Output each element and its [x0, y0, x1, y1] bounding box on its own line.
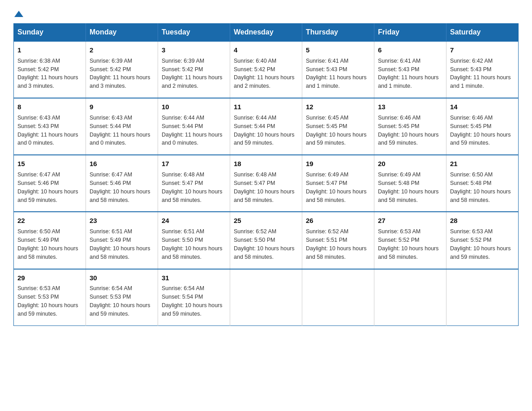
day-cell: 7 Sunrise: 6:42 AMSunset: 5:43 PMDayligh…	[446, 41, 519, 98]
week-row-2: 8 Sunrise: 6:43 AMSunset: 5:43 PMDayligh…	[14, 98, 519, 155]
day-number: 12	[306, 102, 370, 112]
day-info: Sunrise: 6:50 AMSunset: 5:48 PMDaylight:…	[450, 171, 511, 203]
day-cell: 24 Sunrise: 6:51 AMSunset: 5:50 PMDaylig…	[158, 212, 230, 269]
day-number: 25	[234, 216, 298, 226]
day-cell: 31 Sunrise: 6:54 AMSunset: 5:54 PMDaylig…	[158, 269, 230, 326]
day-number: 9	[90, 102, 154, 112]
day-cell: 6 Sunrise: 6:41 AMSunset: 5:43 PMDayligh…	[374, 41, 446, 98]
day-number: 4	[234, 45, 298, 55]
day-number: 13	[378, 102, 442, 112]
day-info: Sunrise: 6:51 AMSunset: 5:49 PMDaylight:…	[90, 228, 150, 260]
day-info: Sunrise: 6:45 AMSunset: 5:45 PMDaylight:…	[306, 115, 367, 146]
day-info: Sunrise: 6:47 AMSunset: 5:46 PMDaylight:…	[17, 171, 78, 203]
day-info: Sunrise: 6:44 AMSunset: 5:44 PMDaylight:…	[234, 115, 295, 146]
day-info: Sunrise: 6:50 AMSunset: 5:49 PMDaylight:…	[17, 228, 78, 260]
day-number: 5	[306, 45, 370, 55]
day-cell: 16 Sunrise: 6:47 AMSunset: 5:46 PMDaylig…	[86, 155, 158, 212]
day-cell: 11 Sunrise: 6:44 AMSunset: 5:44 PMDaylig…	[230, 98, 302, 155]
day-info: Sunrise: 6:42 AMSunset: 5:43 PMDaylight:…	[450, 58, 511, 90]
day-cell: 18 Sunrise: 6:48 AMSunset: 5:47 PMDaylig…	[230, 155, 302, 212]
day-info: Sunrise: 6:54 AMSunset: 5:53 PMDaylight:…	[90, 285, 150, 317]
day-info: Sunrise: 6:41 AMSunset: 5:43 PMDaylight:…	[378, 58, 439, 90]
logo-triangle-icon	[14, 11, 23, 17]
day-info: Sunrise: 6:48 AMSunset: 5:47 PMDaylight:…	[234, 171, 295, 203]
day-number: 6	[378, 45, 442, 55]
logo	[13, 9, 23, 19]
header-cell-wednesday: Wednesday	[230, 24, 302, 42]
day-info: Sunrise: 6:47 AMSunset: 5:46 PMDaylight:…	[90, 171, 150, 203]
day-cell: 15 Sunrise: 6:47 AMSunset: 5:46 PMDaylig…	[14, 155, 86, 212]
calendar-body: 1 Sunrise: 6:38 AMSunset: 5:42 PMDayligh…	[14, 41, 519, 325]
week-row-3: 15 Sunrise: 6:47 AMSunset: 5:46 PMDaylig…	[14, 155, 519, 212]
day-cell	[446, 269, 519, 326]
day-cell: 26 Sunrise: 6:52 AMSunset: 5:51 PMDaylig…	[302, 212, 374, 269]
day-info: Sunrise: 6:52 AMSunset: 5:50 PMDaylight:…	[234, 228, 295, 260]
day-info: Sunrise: 6:49 AMSunset: 5:48 PMDaylight:…	[378, 171, 439, 203]
day-info: Sunrise: 6:53 AMSunset: 5:52 PMDaylight:…	[378, 228, 439, 260]
day-number: 31	[162, 273, 226, 283]
day-cell: 20 Sunrise: 6:49 AMSunset: 5:48 PMDaylig…	[374, 155, 446, 212]
day-number: 17	[162, 159, 226, 169]
calendar-header: SundayMondayTuesdayWednesdayThursdayFrid…	[14, 24, 519, 42]
day-number: 16	[90, 159, 154, 169]
day-number: 22	[17, 216, 82, 226]
day-number: 15	[17, 159, 82, 169]
day-number: 1	[17, 45, 82, 55]
day-info: Sunrise: 6:48 AMSunset: 5:47 PMDaylight:…	[162, 171, 223, 203]
day-number: 29	[17, 273, 82, 283]
header-cell-sunday: Sunday	[14, 24, 86, 42]
day-info: Sunrise: 6:38 AMSunset: 5:42 PMDaylight:…	[17, 58, 78, 90]
day-number: 21	[450, 159, 515, 169]
day-cell: 13 Sunrise: 6:46 AMSunset: 5:45 PMDaylig…	[374, 98, 446, 155]
header-row: SundayMondayTuesdayWednesdayThursdayFrid…	[14, 24, 519, 42]
day-info: Sunrise: 6:54 AMSunset: 5:54 PMDaylight:…	[162, 285, 223, 317]
day-info: Sunrise: 6:41 AMSunset: 5:43 PMDaylight:…	[306, 58, 367, 90]
day-number: 7	[450, 45, 515, 55]
day-cell: 9 Sunrise: 6:43 AMSunset: 5:44 PMDayligh…	[86, 98, 158, 155]
day-cell: 14 Sunrise: 6:46 AMSunset: 5:45 PMDaylig…	[446, 98, 519, 155]
day-number: 2	[90, 45, 154, 55]
day-cell: 5 Sunrise: 6:41 AMSunset: 5:43 PMDayligh…	[302, 41, 374, 98]
day-cell	[230, 269, 302, 326]
day-number: 14	[450, 102, 515, 112]
day-info: Sunrise: 6:49 AMSunset: 5:47 PMDaylight:…	[306, 171, 367, 203]
day-cell: 27 Sunrise: 6:53 AMSunset: 5:52 PMDaylig…	[374, 212, 446, 269]
day-number: 20	[378, 159, 442, 169]
day-cell: 23 Sunrise: 6:51 AMSunset: 5:49 PMDaylig…	[86, 212, 158, 269]
day-number: 10	[162, 102, 226, 112]
day-info: Sunrise: 6:39 AMSunset: 5:42 PMDaylight:…	[90, 58, 150, 90]
week-row-4: 22 Sunrise: 6:50 AMSunset: 5:49 PMDaylig…	[14, 212, 519, 269]
week-row-1: 1 Sunrise: 6:38 AMSunset: 5:42 PMDayligh…	[14, 41, 519, 98]
day-info: Sunrise: 6:40 AMSunset: 5:42 PMDaylight:…	[234, 58, 295, 90]
day-number: 28	[450, 216, 515, 226]
day-info: Sunrise: 6:43 AMSunset: 5:43 PMDaylight:…	[17, 115, 78, 146]
day-cell: 3 Sunrise: 6:39 AMSunset: 5:42 PMDayligh…	[158, 41, 230, 98]
day-number: 26	[306, 216, 370, 226]
day-cell: 1 Sunrise: 6:38 AMSunset: 5:42 PMDayligh…	[14, 41, 86, 98]
day-number: 23	[90, 216, 154, 226]
week-row-5: 29 Sunrise: 6:53 AMSunset: 5:53 PMDaylig…	[14, 269, 519, 326]
day-number: 8	[17, 102, 82, 112]
day-cell: 4 Sunrise: 6:40 AMSunset: 5:42 PMDayligh…	[230, 41, 302, 98]
day-cell: 30 Sunrise: 6:54 AMSunset: 5:53 PMDaylig…	[86, 269, 158, 326]
day-info: Sunrise: 6:51 AMSunset: 5:50 PMDaylight:…	[162, 228, 223, 260]
calendar-table: SundayMondayTuesdayWednesdayThursdayFrid…	[13, 23, 519, 326]
header-cell-thursday: Thursday	[302, 24, 374, 42]
day-info: Sunrise: 6:46 AMSunset: 5:45 PMDaylight:…	[450, 115, 511, 146]
day-info: Sunrise: 6:52 AMSunset: 5:51 PMDaylight:…	[306, 228, 367, 260]
day-cell: 29 Sunrise: 6:53 AMSunset: 5:53 PMDaylig…	[14, 269, 86, 326]
header-cell-friday: Friday	[374, 24, 446, 42]
day-cell: 10 Sunrise: 6:44 AMSunset: 5:44 PMDaylig…	[158, 98, 230, 155]
day-number: 11	[234, 102, 298, 112]
day-cell: 19 Sunrise: 6:49 AMSunset: 5:47 PMDaylig…	[302, 155, 374, 212]
day-number: 18	[234, 159, 298, 169]
page-header	[13, 9, 519, 19]
day-number: 24	[162, 216, 226, 226]
day-cell: 8 Sunrise: 6:43 AMSunset: 5:43 PMDayligh…	[14, 98, 86, 155]
header-cell-monday: Monday	[86, 24, 158, 42]
day-cell	[302, 269, 374, 326]
day-cell: 17 Sunrise: 6:48 AMSunset: 5:47 PMDaylig…	[158, 155, 230, 212]
day-info: Sunrise: 6:39 AMSunset: 5:42 PMDaylight:…	[162, 58, 223, 90]
day-cell: 2 Sunrise: 6:39 AMSunset: 5:42 PMDayligh…	[86, 41, 158, 98]
day-number: 3	[162, 45, 226, 55]
